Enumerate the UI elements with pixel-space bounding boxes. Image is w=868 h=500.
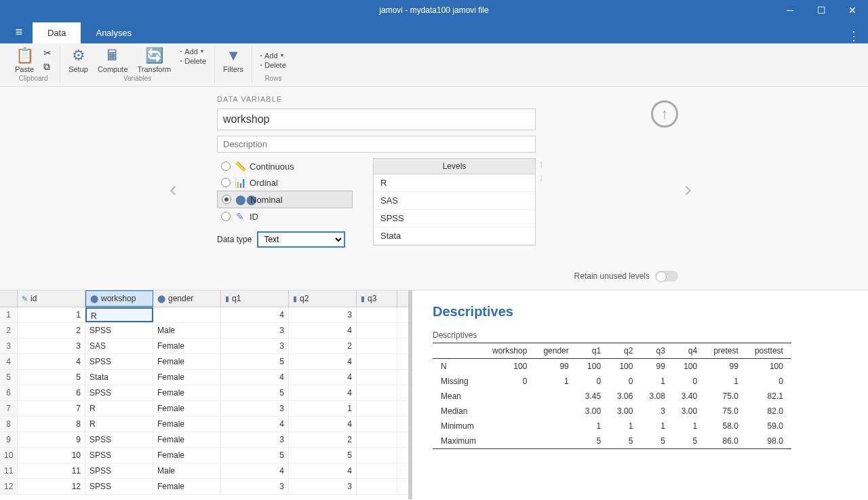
data-table-body[interactable]: 11R4322SPSSMale3433SASFemale3244SPSSFema… (0, 307, 408, 499)
maximize-button[interactable]: ☐ (806, 0, 837, 20)
tab-analyses[interactable]: Analyses (81, 22, 146, 43)
variable-name-input[interactable] (217, 109, 536, 130)
cell[interactable]: 5 (18, 370, 85, 385)
minimize-button[interactable]: ─ (774, 0, 806, 20)
cell[interactable] (357, 432, 397, 447)
cell[interactable]: 4 (221, 307, 289, 322)
cell[interactable]: 7 (18, 401, 85, 416)
cell[interactable]: 2 (289, 432, 357, 447)
cell[interactable]: 4 (289, 385, 357, 400)
add-row-button[interactable]: Add ▾ (260, 52, 286, 60)
cell[interactable]: 4 (289, 417, 357, 431)
cell[interactable]: 4 (221, 370, 289, 385)
table-row[interactable]: 1010SPSSFemale55 (0, 448, 408, 463)
cell[interactable] (153, 307, 221, 322)
cell[interactable]: Stata (85, 370, 153, 385)
table-row[interactable]: 55StataFemale44 (0, 370, 408, 385)
table-row[interactable]: 99SPSSFemale32 (0, 432, 408, 448)
cell[interactable]: 2 (289, 339, 357, 353)
variable-description-input[interactable] (217, 136, 536, 153)
cell[interactable]: Female (153, 479, 221, 494)
measure-continuous[interactable]: 📏Continuous (217, 158, 353, 174)
cell[interactable]: R (85, 401, 153, 416)
cell[interactable]: 3 (221, 401, 289, 416)
cell[interactable]: 4 (221, 417, 289, 431)
prev-variable-icon[interactable]: ‹ (170, 176, 177, 201)
level-down-icon[interactable]: ↓ (538, 172, 544, 184)
close-button[interactable]: ✕ (837, 0, 868, 20)
cell[interactable]: Female (153, 448, 221, 463)
table-row[interactable]: 66SPSSFemale54 (0, 385, 408, 401)
cell[interactable]: 5 (221, 354, 289, 369)
col-header-q3[interactable]: ▮q3 (357, 290, 397, 307)
cell[interactable]: 3 (221, 323, 289, 338)
col-header-q1[interactable]: ▮q1 (221, 290, 289, 307)
table-row[interactable]: 77RFemale31 (0, 401, 408, 417)
cell[interactable]: SPSS (85, 385, 153, 400)
datatype-select[interactable]: Text (257, 231, 345, 248)
cell[interactable] (357, 463, 397, 478)
delete-variable-button[interactable]: Delete (180, 57, 206, 65)
cell[interactable]: 3 (289, 307, 357, 322)
setup-button[interactable]: ⚙Setup (68, 47, 88, 73)
cell[interactable]: SPSS (85, 432, 153, 447)
overflow-menu-icon[interactable]: ⋮ (848, 28, 860, 43)
cell[interactable]: 3 (221, 339, 289, 353)
cell[interactable]: SAS (85, 339, 153, 353)
level-item[interactable]: Stata (374, 227, 535, 245)
cell[interactable]: Male (153, 323, 221, 338)
cell[interactable]: Female (153, 417, 221, 431)
cell[interactable]: 4 (289, 323, 357, 338)
level-item[interactable]: SAS (374, 192, 535, 210)
cell[interactable]: 8 (18, 417, 85, 431)
cell[interactable] (357, 339, 397, 353)
tab-data[interactable]: Data (33, 22, 81, 43)
cell[interactable] (357, 417, 397, 431)
cell[interactable] (357, 448, 397, 463)
cell[interactable] (357, 354, 397, 369)
cell[interactable]: Male (153, 463, 221, 478)
hamburger-menu-icon[interactable]: ≡ (5, 20, 33, 43)
cell[interactable]: SPSS (85, 479, 153, 494)
table-row[interactable]: 11R43 (0, 307, 408, 323)
cell[interactable]: 4 (289, 370, 357, 385)
cell[interactable] (357, 307, 397, 322)
delete-row-button[interactable]: Delete (260, 61, 286, 69)
cell[interactable]: 3 (221, 479, 289, 494)
measure-ordinal[interactable]: 📊Ordinal (217, 174, 353, 191)
measure-id[interactable]: ✎ID (217, 208, 353, 225)
cell[interactable]: R (85, 307, 153, 322)
cell[interactable]: 9 (18, 432, 85, 447)
table-row[interactable]: 1111SPSSMale44 (0, 463, 408, 479)
cell[interactable]: 4 (18, 354, 85, 369)
compute-button[interactable]: 🖩Compute (98, 47, 128, 73)
level-item[interactable]: SPSS (374, 210, 535, 227)
cell[interactable]: 4 (289, 463, 357, 478)
next-variable-icon[interactable]: › (684, 176, 692, 201)
table-row[interactable]: 44SPSSFemale54 (0, 354, 408, 370)
col-header-gender[interactable]: ⬤gender (153, 290, 221, 307)
filters-button[interactable]: ▼Filters (223, 47, 243, 73)
measure-nominal[interactable]: ⬤⬤Nominal (217, 191, 353, 208)
cell[interactable]: Female (153, 354, 221, 369)
cell[interactable]: 1 (289, 401, 357, 416)
cell[interactable]: 4 (289, 354, 357, 369)
cell[interactable]: 4 (221, 463, 289, 478)
transform-button[interactable]: 🔄Transform (138, 47, 172, 73)
table-row[interactable]: 22SPSSMale34 (0, 323, 408, 339)
table-row[interactable]: 33SASFemale32 (0, 339, 408, 354)
cell[interactable]: SPSS (85, 323, 153, 338)
cell[interactable] (357, 370, 397, 385)
cell[interactable]: 5 (221, 448, 289, 463)
cut-icon[interactable]: ✂ (43, 47, 52, 58)
cell[interactable]: SPSS (85, 354, 153, 369)
level-up-icon[interactable]: ↑ (538, 158, 544, 170)
cell[interactable]: Female (153, 401, 221, 416)
cell[interactable]: 3 (18, 339, 85, 353)
cell[interactable]: 1 (18, 307, 85, 322)
cell[interactable]: 2 (18, 323, 85, 338)
copy-icon[interactable]: ⧉ (43, 61, 52, 73)
col-header-id[interactable]: ✎id (18, 290, 85, 307)
paste-button[interactable]: 📋 Paste (15, 47, 34, 73)
cell[interactable]: 3 (289, 479, 357, 494)
